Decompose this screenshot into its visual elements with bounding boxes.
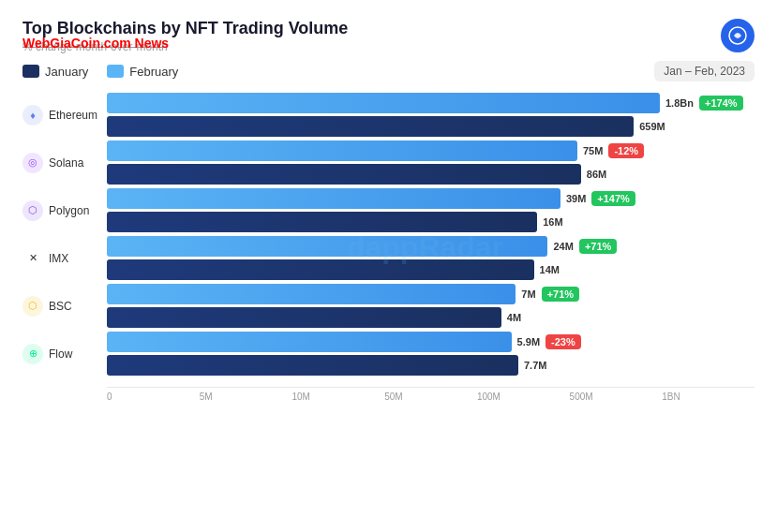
bars-column: 39M+147%16M [107, 188, 755, 232]
feb-bar-label: 7M [521, 288, 535, 300]
jan-bar [107, 212, 537, 232]
feb-bar-wrap: 24M+71% [107, 236, 755, 257]
feb-bar-wrap: 1.8Bn+174% [107, 93, 755, 113]
feb-bar-label: 75M [583, 145, 603, 156]
change-badge: +147% [591, 191, 635, 206]
change-badge: -23% [545, 334, 581, 349]
legend-january-label: January [45, 65, 88, 79]
bars-column: 7M+71%4M [107, 284, 755, 328]
chain-icon: ⊕ [22, 344, 43, 364]
chain-label: ♦Ethereum [22, 105, 107, 126]
chain-name: Ethereum [49, 109, 97, 122]
chain-label: ⬡Polygon [22, 200, 107, 221]
jan-bar-wrap: 659M [107, 116, 755, 137]
legend-february: February [107, 65, 178, 79]
legend-january: January [22, 65, 88, 79]
chain-name: Polygon [49, 204, 89, 217]
feb-bar [107, 236, 547, 257]
jan-bar [107, 116, 634, 137]
feb-bar-label: 39M [566, 193, 586, 204]
chain-icon: ⬡ [22, 296, 43, 317]
bars-column: 75M-12%86M [107, 140, 755, 185]
chain-row: ⊕Flow5.9M-23%7.7M [22, 332, 755, 376]
jan-bar [107, 259, 534, 280]
feb-bar-wrap: 5.9M-23% [107, 332, 755, 352]
legend-january-box [22, 65, 39, 78]
chain-label: ✕IMX [22, 248, 107, 269]
feb-bar-label: 24M [553, 241, 573, 252]
chain-row: ✕IMX24M+71%14M [22, 236, 755, 280]
bars-column: 1.8Bn+174%659M [107, 93, 755, 137]
feb-bar [107, 332, 512, 352]
chain-name: BSC [49, 300, 72, 313]
jan-bar-wrap: 7.7M [107, 355, 755, 376]
x-tick: 50M [384, 392, 477, 402]
chain-icon: ✕ [22, 248, 43, 269]
chain-name: IMX [49, 252, 68, 265]
legend: January February [22, 65, 178, 79]
feb-bar-wrap: 39M+147% [107, 188, 755, 209]
feb-bar [107, 284, 516, 304]
jan-bar-wrap: 14M [107, 259, 755, 280]
bars-column: 5.9M-23%7.7M [107, 332, 755, 376]
jan-bar-label: 86M [587, 169, 606, 180]
chain-row: ⬡Polygon39M+147%16M [22, 188, 755, 232]
chain-label: ⬡BSC [22, 296, 107, 317]
x-axis: 05M10M50M100M500M1BN [107, 387, 755, 402]
jan-bar [107, 307, 501, 328]
change-badge: +71% [542, 287, 579, 302]
feb-bar [107, 93, 660, 113]
jan-bar-label: 14M [540, 264, 560, 275]
chain-label: ◎Solana [22, 153, 107, 173]
dappradar-logo [721, 19, 755, 52]
feb-bar [107, 188, 560, 209]
legend-date-row: January February Jan – Feb, 2023 [22, 61, 755, 81]
bars-column: 24M+71%14M [107, 236, 755, 280]
chain-row: ♦Ethereum1.8Bn+174%659M [22, 93, 755, 137]
watermark-text: WebGiaCoin.com News [22, 36, 169, 51]
jan-bar-wrap: 4M [107, 307, 755, 328]
change-badge: +174% [699, 96, 743, 111]
chain-label: ⊕Flow [22, 344, 107, 364]
feb-bar-label: 5.9M [517, 336, 540, 347]
jan-bar-label: 7.7M [524, 360, 546, 371]
jan-bar [107, 164, 581, 185]
chain-name: Flow [49, 347, 72, 361]
chain-icon: ◎ [22, 153, 43, 173]
change-badge: +71% [579, 239, 617, 254]
jan-bar-wrap: 86M [107, 164, 755, 185]
feb-bar [107, 140, 577, 161]
chain-name: Solana [49, 156, 83, 170]
card: Top Blockchains by NFT Trading Volume % … [0, 0, 777, 532]
feb-bar-wrap: 7M+71% [107, 284, 755, 304]
x-tick: 500M [570, 392, 663, 402]
date-range-badge: Jan – Feb, 2023 [654, 61, 755, 81]
chain-icon: ♦ [22, 105, 43, 126]
legend-february-label: February [129, 65, 178, 79]
x-tick: 0 [107, 392, 200, 402]
legend-february-box [107, 65, 124, 78]
x-tick: 1BN [662, 392, 755, 402]
change-badge: -12% [608, 143, 644, 158]
jan-bar-wrap: 16M [107, 212, 755, 232]
x-tick: 5M [200, 392, 292, 402]
chain-row: ◎Solana75M-12%86M [22, 140, 755, 185]
feb-bar-label: 1.8Bn [665, 97, 694, 109]
chain-row: ⬡BSC7M+71%4M [22, 284, 755, 328]
x-tick: 100M [477, 392, 570, 402]
jan-bar-label: 16M [543, 216, 562, 228]
feb-bar-wrap: 75M-12% [107, 140, 755, 161]
jan-bar-label: 659M [639, 121, 665, 132]
chain-icon: ⬡ [22, 200, 43, 221]
chart-area: ♦Ethereum1.8Bn+174%659M◎Solana75M-12%86M… [22, 93, 755, 402]
jan-bar [107, 355, 518, 376]
x-tick: 10M [291, 392, 384, 402]
jan-bar-label: 4M [507, 312, 521, 323]
